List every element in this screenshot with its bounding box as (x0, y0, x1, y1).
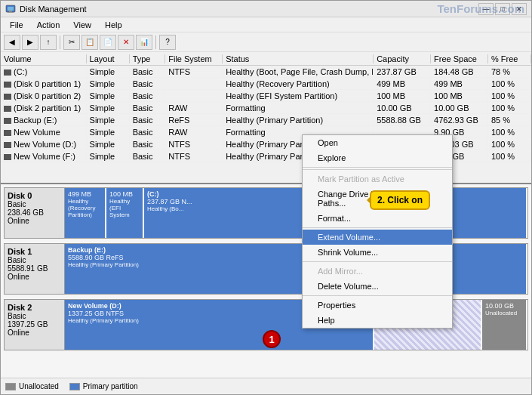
cell-volume: (C:) (1, 67, 87, 76)
cell-type: Basic (130, 79, 166, 88)
ctx-separator-after-delete-volume (303, 295, 452, 296)
ctx-separator-after-explore (303, 167, 452, 168)
disk-name: Disk 2 (8, 303, 61, 312)
toolbar-btn-copy[interactable]: 📋 (81, 35, 98, 50)
legend-color-primary (69, 383, 80, 390)
cell-layout: Simple (87, 152, 130, 161)
legend-item-unallocated: Unallocated (5, 382, 59, 390)
legend-color-unallocated (5, 383, 16, 390)
legend-label-unallocated: Unallocated (19, 382, 59, 390)
table-row[interactable]: (Disk 0 partition 1) Simple Basic Health… (1, 78, 531, 90)
disk-size: 238.46 GB (8, 208, 61, 217)
ctx-item-explore[interactable]: Explore (303, 150, 452, 165)
ctx-item-format[interactable]: Format... (303, 211, 452, 226)
cell-freepct: 85 % (488, 116, 531, 125)
cell-freepct: 100 % (488, 128, 531, 137)
cell-type: Basic (130, 140, 166, 149)
menu-help[interactable]: Help (99, 19, 128, 31)
ctx-item-open[interactable]: Open (303, 135, 452, 150)
disk-name: Disk 1 (8, 247, 61, 256)
ctx-item-delete-volume[interactable]: Delete Volume... (303, 279, 452, 294)
toolbar-btn-forward[interactable]: ▶ (22, 35, 38, 50)
header-status: Status (223, 54, 374, 63)
partition-0-0[interactable]: 499 MB Healthy (Recovery Partition) (65, 188, 106, 238)
disk-partitions-1: Backup (E:) 5588.90 GB ReFS Healthy (Pri… (65, 244, 527, 294)
cell-fs: NTFS (165, 67, 223, 76)
partition-size: 499 MB (68, 190, 102, 198)
cell-freepct: 100 % (488, 79, 531, 88)
menu-view[interactable]: View (67, 19, 97, 31)
cell-layout: Simple (87, 91, 130, 100)
cell-freespace: 499 MB (431, 79, 488, 88)
ctx-item-help[interactable]: Help (303, 313, 452, 328)
legend-item-primary: Primary partition (69, 382, 138, 390)
cell-freepct: 100 % (488, 91, 531, 100)
ctx-item-properties[interactable]: Properties (303, 298, 452, 313)
toolbar-btn-up[interactable]: ↑ (40, 35, 57, 50)
ctx-separator-after-shrink-volume (303, 261, 452, 262)
partition-0-1[interactable]: 100 MB Healthy (EFI System (106, 188, 144, 238)
svg-rect-3 (8, 12, 14, 13)
cell-volume: Backup (E:) (1, 116, 87, 125)
disk-partitions-0: 499 MB Healthy (Recovery Partition) 100 … (65, 188, 527, 238)
toolbar-btn-back[interactable]: ◀ (4, 35, 20, 50)
ctx-item-extend-volume[interactable]: Extend Volume... (303, 230, 452, 245)
cell-layout: Simple (87, 128, 130, 137)
cell-volume: New Volume (D:) (1, 140, 87, 149)
disk-type: Basic (8, 312, 61, 320)
cell-layout: Simple (87, 116, 130, 125)
watermark: TenForums.com (437, 2, 524, 15)
table-row[interactable]: (Disk 2 partition 1) Simple Basic RAW Fo… (1, 102, 531, 114)
toolbar-sep-2 (155, 35, 156, 49)
table-row[interactable]: (C:) Simple Basic NTFS Healthy (Boot, Pa… (1, 66, 531, 78)
partition-size: 10.00 GB (485, 302, 523, 310)
header-volume: Volume (1, 54, 87, 63)
table-row[interactable]: (Disk 0 partition 2) Simple Basic Health… (1, 90, 531, 102)
header-filesystem: File System (165, 54, 223, 63)
toolbar-sep-1 (60, 35, 60, 49)
cell-status: Healthy (Primary Partition) (223, 116, 374, 125)
partition-2-2[interactable]: 10.00 GB Unallocated (482, 300, 527, 350)
cell-layout: Simple (87, 67, 130, 76)
toolbar-btn-cut[interactable]: ✂ (63, 35, 80, 50)
cell-freespace: 184.48 GB (431, 67, 488, 76)
svg-rect-1 (8, 7, 14, 11)
menu-file[interactable]: File (4, 19, 29, 31)
table-row[interactable]: Backup (E:) Simple Basic ReFS Healthy (P… (1, 114, 531, 126)
cell-status: Healthy (EFI System Partition) (223, 91, 374, 100)
callout-bubble: 2. Click on (370, 190, 430, 210)
menu-bar: File Action View Help TenForums.com (1, 17, 531, 32)
app-icon (5, 4, 16, 14)
partition-size: 100 MB (109, 190, 140, 198)
partition-1-0[interactable]: Backup (E:) 5588.90 GB ReFS Healthy (Pri… (65, 244, 527, 294)
partition-size: 5588.90 GB ReFS (68, 254, 523, 261)
cell-freepct: 100 % (488, 140, 531, 149)
cell-freespace: 10.00 GB (431, 103, 488, 113)
cell-capacity: 10.00 GB (374, 103, 431, 113)
ctx-item-shrink-volume[interactable]: Shrink Volume... (303, 245, 452, 260)
disk-type: Basic (8, 200, 61, 208)
cell-volume: (Disk 2 partition 1) (1, 103, 87, 113)
partition-name: Backup (E:) (68, 246, 523, 254)
cell-layout: Simple (87, 79, 130, 88)
disk-status: Online (8, 273, 61, 281)
cell-layout: Simple (87, 103, 130, 113)
cell-fs: NTFS (165, 152, 223, 161)
toolbar-btn-paste[interactable]: 📄 (100, 35, 116, 50)
cell-freespace: 4762.93 GB (431, 116, 488, 125)
ctx-item-mark-active: Mark Partition as Active (303, 171, 452, 187)
cell-volume: (Disk 0 partition 2) (1, 91, 87, 100)
legend-label-primary: Primary partition (83, 382, 138, 390)
cell-freepct: 100 % (488, 152, 531, 161)
step-badge-1: 1 (263, 330, 281, 348)
disk-size: 1397.25 GB (8, 320, 61, 329)
header-freespace: Free Space (431, 54, 488, 63)
toolbar-btn-help[interactable]: ? (159, 35, 176, 50)
toolbar-btn-properties[interactable]: 📊 (136, 35, 152, 50)
cell-volume: New Volume (1, 128, 87, 137)
menu-action[interactable]: Action (31, 19, 66, 31)
cell-type: Basic (130, 152, 166, 161)
toolbar-btn-delete[interactable]: ✕ (118, 35, 134, 50)
legend: Unallocated Primary partition (1, 378, 531, 394)
cell-fs: RAW (165, 103, 223, 113)
